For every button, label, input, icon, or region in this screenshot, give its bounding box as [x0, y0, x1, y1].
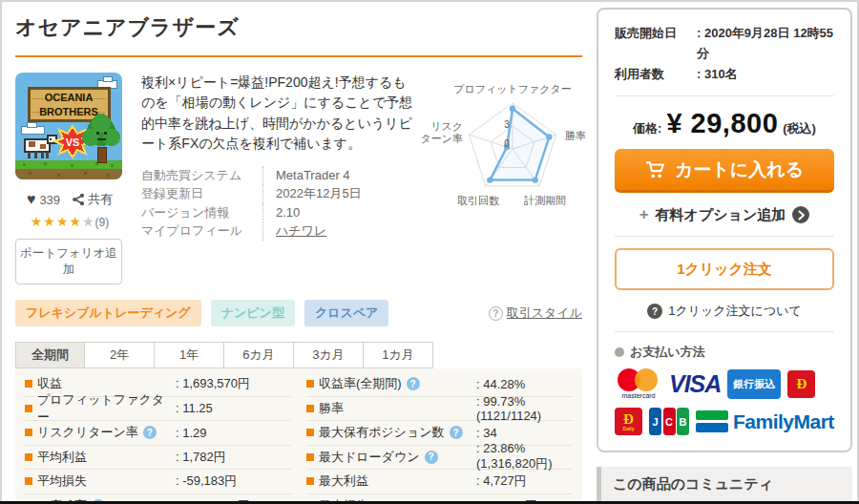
sale-start-row: 販売開始日 : 2020年9月28日 12時55分	[615, 23, 834, 64]
vs-text: VS	[66, 136, 80, 148]
divider	[615, 95, 834, 96]
period-tab-bar: 全期間 2年 1年 6カ月 3カ月 1カ月	[15, 342, 582, 368]
bullet-icon	[25, 405, 32, 412]
tab-2-years[interactable]: 2年	[85, 342, 155, 368]
rating-count: (9)	[95, 216, 110, 229]
radar-axis-label: 勝率	[565, 130, 586, 141]
purchase-card: 販売開始日 : 2020年9月28日 12時55分 利用者数 : 310名 価格…	[597, 8, 852, 452]
community-section: この商品のコミュニティ おっさん 11/08 15:06	[597, 467, 852, 504]
help-icon[interactable]: ?	[425, 451, 438, 464]
divider	[615, 236, 834, 237]
page-title: オセアニアブラザーズ	[15, 13, 582, 57]
daily-icon: ÐDaily	[615, 408, 642, 435]
tab-all-period[interactable]: 全期間	[15, 342, 85, 368]
community-header: この商品のコミュニティ	[597, 467, 852, 502]
bullet-icon	[306, 477, 314, 485]
svg-text:0: 0	[504, 138, 510, 149]
chevron-right-icon	[792, 206, 809, 223]
tab-6-months[interactable]: 6カ月	[224, 342, 294, 368]
price-value: ¥ 29,800	[666, 108, 778, 139]
share-icon	[72, 193, 85, 206]
tag-nanpin[interactable]: ナンピン型	[211, 300, 295, 326]
tag-cross-pair[interactable]: クロスペア	[304, 300, 389, 326]
share-label: 共有	[88, 191, 113, 208]
meta-row-updated: 登録更新日 2022年12月5日	[141, 185, 418, 204]
radar-axis-label: 取引回数	[457, 195, 499, 206]
seller-profile-link[interactable]: ハチワレ	[263, 222, 326, 240]
divider	[615, 331, 834, 332]
pixel-art-thumbnail: OCEANIA BROTHERS	[15, 73, 122, 179]
meta-row-profile: マイプロフィール ハチワレ	[141, 222, 418, 242]
payment-method-header: お支払い方法	[615, 344, 834, 361]
tab-3-months[interactable]: 3カ月	[294, 342, 364, 368]
bullet-icon	[306, 405, 314, 412]
question-outline-icon: ?	[489, 306, 503, 321]
daily-yamazaki-icon: Ð	[787, 370, 815, 398]
product-meta-table: 自動売買システム MetaTrader 4 登録更新日 2022年12月5日 バ…	[141, 166, 418, 241]
stat-row-avg-profit: 平均利益 : 1,782円	[25, 446, 291, 471]
share-button[interactable]: 共有	[72, 191, 113, 208]
one-click-order-button[interactable]: 1クリック注文	[615, 248, 834, 290]
price-row: 価格: ¥ 29,800 (税込)	[615, 108, 834, 139]
bullet-icon	[25, 453, 32, 461]
meta-row-version: バージョン情報 2.10	[141, 203, 418, 222]
cart-icon	[645, 160, 667, 179]
thumb-title-line2: BROTHERS	[39, 106, 98, 117]
one-click-about-link[interactable]: ? 1クリック注文について	[615, 303, 834, 320]
product-description: 複利×リピート=爆益!PF200超え!予想するものを「相場の動くレンジ」にするこ…	[141, 73, 418, 154]
bullet-icon	[306, 429, 314, 436]
thumb-title-line1: OCEANIA	[45, 92, 94, 103]
familymart-logo: FamilyMart	[696, 410, 834, 433]
tab-1-year[interactable]: 1年	[155, 342, 224, 368]
stat-row-return-rate: 収益率(全期間)? : 44.28%	[306, 372, 573, 397]
stat-row-avg-loss: 平均損失 : -59,183円	[25, 470, 291, 494]
purchase-sidebar: 販売開始日 : 2020年9月28日 12時55分 利用者数 : 310名 価格…	[597, 8, 852, 504]
svg-text:3: 3	[504, 119, 510, 130]
stat-row-risk-return: リスクリターン率? : 1.29	[25, 421, 291, 446]
plus-icon: +	[639, 205, 649, 224]
bullet-icon	[25, 429, 32, 436]
help-icon[interactable]: ?	[450, 426, 463, 439]
stat-row-win-rate: 勝率 : 99.73% (1121/1124)	[306, 397, 573, 422]
meta-row-system: 自動売買システム MetaTrader 4	[141, 166, 418, 185]
paid-option-link[interactable]: + 有料オプション追加	[615, 205, 834, 224]
mastercard-logo: mastercard	[615, 368, 662, 399]
radar-axis-label: リスクターン率	[420, 120, 463, 144]
star-empty: ★	[82, 214, 95, 229]
tax-note: (税込)	[783, 120, 816, 137]
performance-radar-chart: 03プロフィットファクター勝率計測期間取引回数リスクターン率	[420, 80, 599, 208]
stat-row-max-profit: 最大利益 : 4,727円	[306, 470, 573, 494]
bullet-icon	[306, 380, 314, 388]
stats-table: 収益 : 1,693,570円 プロフィットファクター : 11.25 リスクリ…	[15, 368, 582, 504]
bullet-icon	[25, 477, 32, 485]
user-count-row: 利用者数 : 310名	[615, 64, 834, 84]
bullet-circle-icon	[615, 347, 624, 357]
add-to-cart-button[interactable]: カートに入れる	[615, 149, 834, 193]
stat-row-profit-factor: プロフィットファクター : 11.25	[25, 397, 291, 422]
radar-axis-label: プロフィットファクター	[453, 83, 572, 94]
jcb-logo: JCB	[649, 408, 689, 435]
payment-logos: mastercard VISA 銀行振込 Ð ÐDaily JCB Family…	[615, 368, 834, 435]
product-image[interactable]: OCEANIA BROTHERS	[15, 73, 122, 179]
stat-row-max-drawdown: 最大ドローダウン? : 23.86% (1,316,820円)	[306, 446, 573, 471]
like-heart-icon[interactable]: ♥	[27, 191, 36, 208]
visa-logo: VISA	[669, 370, 721, 398]
like-count: 339	[39, 193, 60, 207]
bank-transfer-badge: 銀行振込	[727, 369, 781, 399]
add-portfolio-button[interactable]: ポートフォリオ追加	[15, 239, 122, 284]
bullet-icon	[306, 453, 314, 461]
question-dark-icon: ?	[647, 304, 662, 319]
rating-stars[interactable]: ★★★★★(9)	[15, 214, 124, 229]
tag-flexible-trading[interactable]: フレキシブルトレーディング	[15, 300, 201, 326]
product-main-panel: オセアニアブラザーズ OCEANIA BROTHERS	[15, 13, 582, 504]
radar-axis-label: 計測期間	[524, 195, 566, 206]
trade-style-link[interactable]: 取引スタイル	[507, 304, 582, 322]
bullet-icon	[25, 380, 32, 388]
stars-filled: ★★★★	[31, 214, 82, 229]
help-icon[interactable]: ?	[407, 377, 420, 390]
tab-1-month[interactable]: 1カ月	[364, 342, 433, 368]
price-label: 価格:	[633, 120, 661, 137]
help-icon[interactable]: ?	[143, 426, 157, 439]
